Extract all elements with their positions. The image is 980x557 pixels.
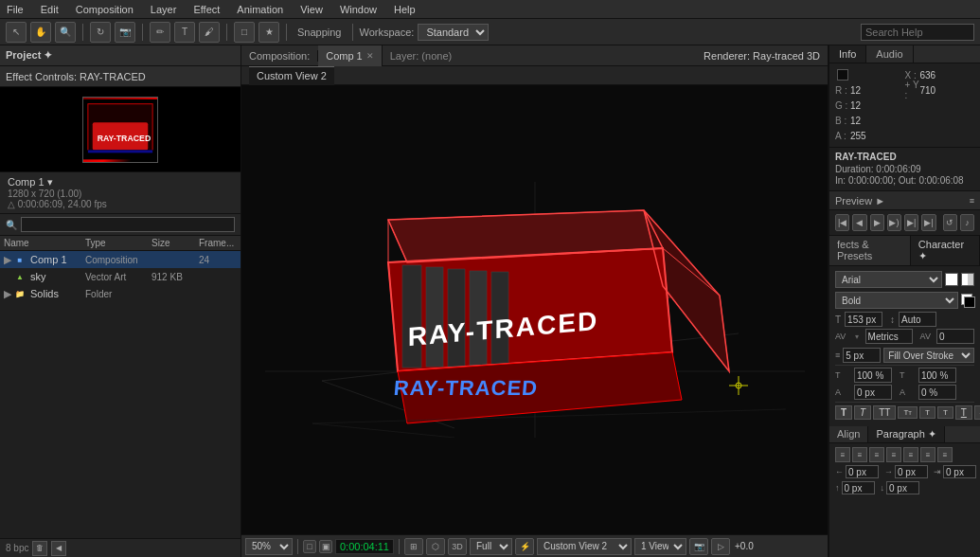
underline-style-btn[interactable]: T bbox=[955, 405, 972, 420]
menu-view[interactable]: View bbox=[297, 4, 326, 15]
first-frame-btn[interactable]: |◀ bbox=[835, 214, 849, 231]
workspace-select[interactable]: Standard bbox=[418, 24, 489, 41]
camera-btn[interactable]: 📷 bbox=[689, 538, 708, 555]
indent-left-input[interactable] bbox=[846, 465, 879, 478]
grid-btn[interactable]: ⊞ bbox=[404, 538, 423, 555]
align-center-btn[interactable]: ≡ bbox=[852, 447, 867, 462]
indent-right-input[interactable] bbox=[895, 465, 928, 478]
custom-view-tab[interactable]: Custom View 2 bbox=[249, 66, 334, 85]
render-btn[interactable]: ▷ bbox=[711, 538, 730, 555]
project-item-comp1[interactable]: ▶ ■ Comp 1 Composition 24 bbox=[0, 251, 241, 268]
quality-select[interactable]: Full bbox=[470, 538, 512, 555]
strikethrough-style-btn[interactable]: T bbox=[974, 405, 980, 420]
next-frame-btn[interactable]: ▶| bbox=[904, 214, 918, 231]
pen-tool-btn[interactable]: ✏ bbox=[150, 22, 170, 43]
vert-scale-input[interactable] bbox=[854, 368, 892, 383]
fill-color-swatch[interactable] bbox=[945, 273, 958, 286]
project-search: 🔍 bbox=[0, 214, 241, 236]
project-search-input[interactable] bbox=[21, 217, 235, 232]
allcaps-style-btn[interactable]: TT bbox=[873, 405, 896, 420]
comp-tab-close[interactable]: ✕ bbox=[366, 51, 374, 61]
justify-center-btn[interactable]: ≡ bbox=[903, 447, 918, 462]
italic-style-btn[interactable]: T bbox=[854, 405, 871, 420]
last-frame-btn[interactable]: ▶| bbox=[921, 214, 935, 231]
stroke-size-input[interactable] bbox=[843, 348, 881, 363]
mask-btn[interactable]: ⬡ bbox=[426, 538, 445, 555]
trash-btn[interactable]: 🗑 bbox=[32, 541, 47, 556]
menu-help[interactable]: Help bbox=[391, 4, 419, 15]
sub-style-btn[interactable]: T bbox=[937, 406, 953, 419]
paragraph-tab[interactable]: Paragraph ✦ bbox=[868, 426, 944, 442]
select-tool-btn[interactable]: ↖ bbox=[6, 22, 27, 43]
info-tab[interactable]: Info bbox=[829, 45, 866, 63]
zoom-select[interactable]: 50% bbox=[245, 538, 293, 555]
play-btn[interactable]: ▶ bbox=[870, 214, 884, 231]
font-size-input[interactable] bbox=[845, 312, 882, 327]
prev-frame-btn[interactable]: ◀ bbox=[852, 214, 866, 231]
indent-first-input[interactable] bbox=[943, 465, 976, 478]
align-tab[interactable]: Align bbox=[829, 426, 868, 442]
shape-tool-btn[interactable]: □ bbox=[234, 22, 255, 43]
right-panel: Info Audio X : 636 R : 12 + Y : 710 G : … bbox=[829, 45, 980, 557]
baseline-input[interactable] bbox=[854, 385, 892, 400]
fill-stroke-select[interactable]: Fill Over Stroke bbox=[883, 348, 974, 363]
project-item-solids[interactable]: ▶ 📁 Solids Folder bbox=[0, 285, 241, 302]
space-before-input[interactable] bbox=[842, 481, 875, 494]
audio-tab[interactable]: Audio bbox=[866, 45, 913, 63]
brush-tool-btn[interactable]: 🖌 bbox=[199, 22, 220, 43]
effects-presets-tab[interactable]: fects & Presets bbox=[829, 236, 911, 265]
smallcaps-style-btn[interactable]: TT bbox=[898, 406, 918, 419]
indent-left-icon: ← bbox=[835, 467, 844, 476]
zoom-tool-btn[interactable]: 🔍 bbox=[55, 22, 76, 43]
tsumi-input[interactable] bbox=[918, 385, 956, 400]
rotate-tool-btn[interactable]: ↻ bbox=[90, 22, 111, 43]
align-right-btn[interactable]: ≡ bbox=[869, 447, 884, 462]
resolution-btn[interactable]: □ bbox=[303, 540, 316, 553]
bold-style-btn[interactable]: T bbox=[835, 405, 852, 420]
preview-options-icon[interactable]: ≡ bbox=[970, 196, 974, 206]
new-item-btn[interactable]: ◀ bbox=[51, 541, 66, 556]
tracking-input[interactable] bbox=[936, 329, 974, 344]
star-tool-btn[interactable]: ★ bbox=[258, 22, 279, 43]
project-item-sky[interactable]: ▲ sky Vector Art 912 KB bbox=[0, 268, 241, 285]
3d-btn[interactable]: 3D bbox=[448, 538, 467, 555]
justify-left-btn[interactable]: ≡ bbox=[886, 447, 901, 462]
menu-composition[interactable]: Composition bbox=[73, 4, 136, 15]
loop-btn[interactable]: ↺ bbox=[943, 214, 957, 231]
leading-input[interactable] bbox=[899, 312, 936, 327]
audio-btn[interactable]: ♪ bbox=[960, 214, 974, 231]
super-style-btn[interactable]: T bbox=[919, 406, 935, 419]
comp-info-section: RAY-TRACED Duration: 0:00:06:09 In: 0:00… bbox=[829, 148, 980, 191]
horiz-scale-input[interactable] bbox=[918, 368, 956, 383]
menu-layer[interactable]: Layer bbox=[148, 4, 180, 15]
view-select[interactable]: Custom View 2 bbox=[537, 538, 632, 555]
play-audio-btn[interactable]: ▶) bbox=[887, 214, 901, 231]
roi-btn[interactable]: ▣ bbox=[319, 540, 332, 553]
hand-tool-btn[interactable]: ✋ bbox=[30, 22, 51, 43]
justify-all-btn[interactable]: ≡ bbox=[937, 447, 953, 462]
view-count-select[interactable]: 1 View bbox=[634, 538, 686, 555]
space-after-input[interactable] bbox=[886, 481, 919, 494]
menu-edit[interactable]: Edit bbox=[38, 4, 62, 15]
comp-tab-comp1[interactable]: Comp 1 ✕ bbox=[318, 45, 383, 66]
menu-file[interactable]: File bbox=[4, 4, 27, 15]
fast-preview-btn[interactable]: ⚡ bbox=[515, 538, 534, 555]
menu-window[interactable]: Window bbox=[337, 4, 380, 15]
justify-right-btn[interactable]: ≡ bbox=[920, 447, 935, 462]
help-search-input[interactable] bbox=[861, 24, 974, 41]
menu-animation[interactable]: Animation bbox=[234, 4, 286, 15]
comp-current-time[interactable]: 0:00:04:11 bbox=[335, 539, 394, 554]
text-tool-btn[interactable]: T bbox=[174, 22, 195, 43]
stroke-swatch-2[interactable] bbox=[964, 296, 975, 308]
font-style-select[interactable]: Bold bbox=[835, 292, 958, 309]
composition-view[interactable]: RAY-TRACED RAY-TRACED bbox=[241, 85, 828, 534]
character-tab[interactable]: Character ✦ bbox=[911, 236, 980, 265]
color-options[interactable] bbox=[961, 273, 974, 286]
g-value: 12 bbox=[850, 100, 861, 111]
comp-info-inout: In: 0:00:00:00; Out: 0:00:06:08 bbox=[835, 175, 974, 186]
align-left-btn[interactable]: ≡ bbox=[835, 447, 850, 462]
menu-effect[interactable]: Effect bbox=[190, 4, 223, 15]
font-family-select[interactable]: Arial bbox=[835, 271, 942, 288]
camera-tool-btn[interactable]: 📷 bbox=[115, 22, 135, 43]
kerning-method-input[interactable] bbox=[865, 329, 913, 344]
